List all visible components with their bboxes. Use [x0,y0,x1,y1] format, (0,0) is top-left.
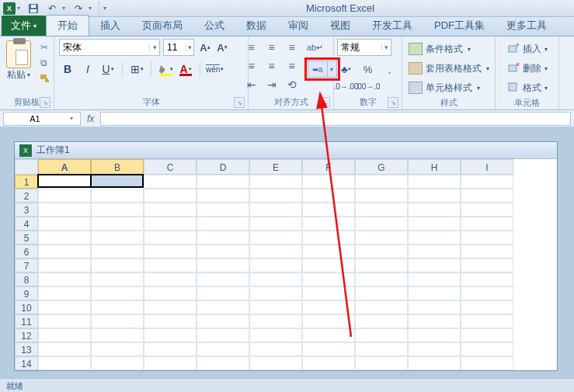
cell-E1[interactable] [249,175,302,189]
cell-I9[interactable] [461,286,513,300]
cell-I12[interactable] [461,328,513,342]
row-header-14[interactable]: 14 [15,356,38,370]
cell-E14[interactable] [249,356,302,370]
cell-I7[interactable] [461,258,513,272]
cell-F3[interactable] [302,203,355,217]
cell-I1[interactable] [461,175,513,189]
qat-customize-icon[interactable]: ▾ [103,5,110,12]
undo-button[interactable]: ↶ [43,2,61,16]
cell-F14[interactable] [302,356,355,370]
cell-H9[interactable] [408,286,461,300]
row-header-11[interactable]: 11 [15,314,38,328]
cell-C2[interactable] [144,189,197,203]
wrap-text-button[interactable]: ab↵ [304,39,326,56]
cell-D3[interactable] [197,203,249,217]
accounting-format-button[interactable]: ♣▾ [337,61,356,78]
cell-F9[interactable] [302,286,355,300]
cell-G6[interactable] [355,245,408,258]
formula-input[interactable] [100,112,571,126]
worksheet-grid[interactable]: ABCDEFGHI1234567891011121314 [15,159,557,370]
cell-G1[interactable] [355,175,408,189]
bold-button[interactable]: B [59,61,76,78]
insert-cells-button[interactable]: +插入▾ [507,40,548,57]
cell-E9[interactable] [249,286,302,300]
cell-E10[interactable] [249,300,302,314]
cell-B5[interactable] [91,231,144,245]
cell-C3[interactable] [144,203,197,217]
cell-I13[interactable] [461,342,513,356]
cell-C4[interactable] [144,217,197,231]
cell-C10[interactable] [144,300,197,314]
cell-F12[interactable] [302,328,355,342]
cell-D6[interactable] [197,245,249,258]
tab-review[interactable]: 审阅 [277,16,319,36]
cell-A13[interactable] [38,342,91,356]
tab-view[interactable]: 视图 [319,16,361,36]
conditional-formatting-button[interactable]: 条件格式▾ [407,40,491,57]
cell-F10[interactable] [302,300,355,314]
cell-F11[interactable] [302,314,355,328]
cell-E4[interactable] [249,217,302,231]
cell-D2[interactable] [197,189,249,203]
cell-H11[interactable] [408,314,461,328]
tab-more-tools[interactable]: 更多工具 [496,16,558,36]
cell-B7[interactable] [91,258,144,272]
save-button[interactable] [25,2,42,16]
tab-pdf-tools[interactable]: PDF工具集 [423,16,496,36]
phonetic-button[interactable]: wén▾ [206,61,224,78]
row-header-12[interactable]: 12 [15,328,38,342]
font-size-combo[interactable]: ▾ [163,39,194,56]
cell-H7[interactable] [408,258,461,272]
grow-font-button[interactable]: A▴ [197,39,213,56]
cell-E7[interactable] [249,258,302,272]
cell-A1[interactable] [37,174,92,188]
increase-decimal-button[interactable]: .0→.00 [337,78,356,95]
cell-G7[interactable] [355,258,408,272]
cell-D8[interactable] [197,272,249,286]
cell-H10[interactable] [408,300,461,314]
cell-B14[interactable] [91,356,144,370]
column-header-A[interactable]: A [38,159,91,175]
cell-D7[interactable] [197,258,249,272]
cell-C7[interactable] [144,258,197,272]
cell-I10[interactable] [461,300,513,314]
cell-F5[interactable] [302,231,355,245]
cell-C9[interactable] [144,286,197,300]
align-middle-button[interactable]: ≡ [263,39,281,56]
cell-H12[interactable] [408,328,461,342]
cell-C11[interactable] [144,314,197,328]
row-header-7[interactable]: 7 [15,258,38,272]
cell-G14[interactable] [355,356,408,370]
row-header-8[interactable]: 8 [15,272,38,286]
cell-G4[interactable] [355,217,408,231]
cell-B3[interactable] [91,203,144,217]
delete-cells-button[interactable]: ×删除▾ [507,60,548,77]
cell-F8[interactable] [302,272,355,286]
align-bottom-button[interactable]: ≡ [283,39,301,56]
cell-B4[interactable] [91,217,144,231]
fill-color-button[interactable]: ▾ [157,61,174,78]
row-header-10[interactable]: 10 [15,300,38,314]
cell-E3[interactable] [249,203,302,217]
cell-G13[interactable] [355,342,408,356]
cell-F13[interactable] [302,342,355,356]
cell-B2[interactable] [91,189,144,203]
cell-styles-button[interactable]: 单元格样式▾ [407,79,491,96]
alignment-launcher[interactable]: ↘ [319,97,330,108]
column-header-B[interactable]: B [91,159,144,175]
underline-button[interactable]: U▾ [99,61,117,78]
cell-D1[interactable] [197,175,249,189]
cell-H1[interactable] [408,175,461,189]
tab-page-layout[interactable]: 页面布局 [131,16,193,36]
column-header-G[interactable]: G [355,159,408,175]
cell-A7[interactable] [38,258,91,272]
comma-style-button[interactable]: , [381,61,399,78]
column-header-C[interactable]: C [144,159,197,175]
cell-D10[interactable] [197,300,249,314]
number-launcher[interactable]: ↘ [388,97,398,108]
tab-data[interactable]: 数据 [235,16,277,36]
cell-B11[interactable] [91,314,144,328]
tab-developer[interactable]: 开发工具 [361,16,423,36]
increase-indent-button[interactable]: ⇥ [263,76,281,93]
column-header-E[interactable]: E [249,159,302,175]
